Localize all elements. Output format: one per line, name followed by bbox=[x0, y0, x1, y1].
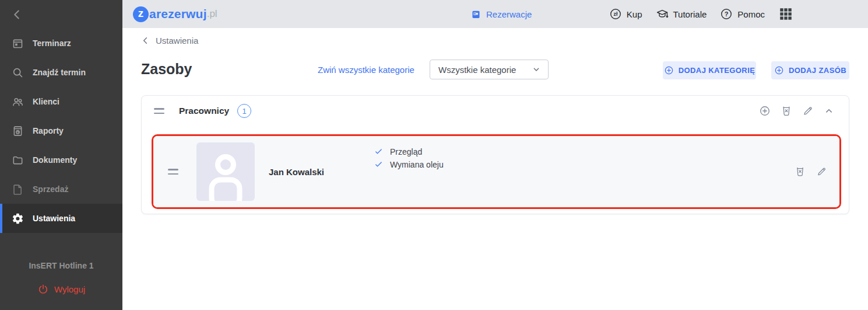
power-icon bbox=[37, 283, 49, 295]
sidebar-item-label: Ustawienia bbox=[33, 214, 75, 223]
edit-category-button[interactable] bbox=[802, 105, 814, 117]
help-label: Pomoc bbox=[737, 9, 765, 19]
trash-x-icon bbox=[795, 166, 806, 177]
topbar-right: zł Kup Tutoriale ? Pomoc bbox=[609, 6, 793, 22]
sidebar-collapse-button[interactable] bbox=[10, 8, 23, 21]
service-item: Wymiana oleju bbox=[374, 159, 444, 170]
app-logo[interactable]: z arezerwuj .pl bbox=[133, 6, 217, 22]
category-filter-select[interactable]: Wszystkie kategorie bbox=[430, 60, 549, 79]
question-circle-icon: ? bbox=[720, 8, 733, 20]
add-resource-to-category-button[interactable] bbox=[759, 105, 771, 117]
zloty-coin-icon: zł bbox=[609, 8, 622, 20]
sidebar-item-sprzedaz[interactable]: Sprzedaż bbox=[0, 175, 122, 204]
chevron-up-icon bbox=[824, 106, 834, 116]
add-category-button[interactable]: DODAJ KATEGORIĘ bbox=[663, 61, 756, 79]
service-item: Przegląd bbox=[374, 146, 444, 157]
category-count-badge: 1 bbox=[237, 104, 251, 118]
edit-resource-button[interactable] bbox=[816, 166, 827, 177]
pencil-icon bbox=[816, 166, 827, 177]
pencil-icon bbox=[802, 105, 814, 117]
category-card-pracownicy: Pracownicy 1 bbox=[141, 95, 849, 214]
logo-name: arezerwuj bbox=[149, 7, 207, 21]
trash-x-icon bbox=[781, 105, 792, 117]
grid-icon bbox=[778, 6, 793, 22]
category-name: Pracownicy bbox=[179, 106, 229, 116]
sidebar-item-label: Raporty bbox=[33, 126, 64, 135]
breadcrumb-back-link[interactable]: Ustawienia bbox=[141, 36, 198, 46]
collapse-category-button[interactable] bbox=[824, 106, 834, 116]
page-title: Zasoby bbox=[141, 61, 192, 78]
svg-text:zł: zł bbox=[613, 11, 617, 17]
delete-category-button[interactable] bbox=[781, 105, 792, 117]
file-icon bbox=[12, 183, 24, 196]
svg-text:?: ? bbox=[725, 11, 729, 18]
highlight-annotation: Jan Kowalski Przegląd Wymiana oleju bbox=[152, 134, 841, 209]
category-filter-value: Wszystkie kategorie bbox=[438, 65, 516, 75]
service-list: Przegląd Wymiana oleju bbox=[374, 146, 444, 170]
buy-label: Kup bbox=[627, 9, 642, 19]
service-label: Przegląd bbox=[390, 147, 422, 156]
folder-icon bbox=[12, 154, 24, 166]
help-button[interactable]: ? Pomoc bbox=[720, 8, 765, 20]
sidebar-footer: InsERT Hotline 1 Wyloguj bbox=[0, 261, 122, 297]
add-resource-label: DODAJ ZASÓB bbox=[789, 66, 846, 75]
sidebar-item-klienci[interactable]: Klienci bbox=[0, 87, 122, 116]
sidebar-item-raporty[interactable]: Raporty bbox=[0, 116, 122, 145]
calendar-icon bbox=[12, 37, 24, 50]
add-resource-button[interactable]: DODAJ ZASÓB bbox=[771, 61, 849, 79]
calendar-icon bbox=[471, 9, 481, 19]
report-icon bbox=[12, 125, 24, 137]
sidebar-item-terminarz[interactable]: Terminarz bbox=[0, 29, 122, 58]
check-icon bbox=[374, 160, 383, 169]
avatar bbox=[196, 142, 255, 201]
search-icon bbox=[12, 67, 24, 79]
chevron-down-icon bbox=[532, 65, 541, 74]
topbar: z arezerwuj .pl Rezerwacje zł Kup Tutori… bbox=[122, 0, 868, 28]
logout-label: Wyloguj bbox=[54, 284, 85, 294]
sidebar-item-label: Sprzedaż bbox=[33, 184, 68, 194]
sidebar-item-label: Dokumenty bbox=[33, 155, 77, 165]
plus-circle-icon bbox=[664, 65, 674, 75]
logout-button[interactable]: Wyloguj bbox=[37, 283, 85, 295]
sidebar-item-label: Znajdź termin bbox=[33, 68, 86, 77]
resource-row: Jan Kowalski Przegląd Wymiana oleju bbox=[153, 136, 839, 207]
delete-resource-button[interactable] bbox=[795, 166, 806, 177]
resource-name: Jan Kowalski bbox=[269, 167, 368, 177]
sidebar: Terminarz Znajdź termin Klienci Raporty … bbox=[0, 0, 122, 310]
apps-grid-button[interactable] bbox=[778, 6, 793, 22]
logo-tld: .pl bbox=[207, 8, 217, 20]
gear-icon bbox=[12, 213, 24, 225]
buy-button[interactable]: zł Kup bbox=[609, 8, 642, 20]
collapse-all-link[interactable]: Zwiń wszystkie kategorie bbox=[318, 65, 414, 75]
tutorials-button[interactable]: Tutoriale bbox=[656, 8, 707, 20]
sidebar-item-dokumenty[interactable]: Dokumenty bbox=[0, 145, 122, 175]
check-icon bbox=[374, 147, 383, 156]
graduation-cap-icon bbox=[656, 8, 669, 20]
logo-circle: z bbox=[133, 6, 149, 22]
sidebar-item-znajdz-termin[interactable]: Znajdź termin bbox=[0, 58, 122, 87]
plus-circle-icon bbox=[759, 105, 771, 117]
breadcrumb-label: Ustawienia bbox=[156, 36, 198, 46]
sidebar-item-label: Klienci bbox=[33, 97, 59, 106]
reservations-label: Rezerwacje bbox=[486, 9, 532, 19]
sidebar-nav: Terminarz Znajdź termin Klienci Raporty … bbox=[0, 29, 122, 233]
tutorials-label: Tutoriale bbox=[673, 9, 707, 19]
plus-circle-icon bbox=[774, 65, 784, 75]
category-header: Pracownicy 1 bbox=[142, 96, 849, 126]
sidebar-item-ustawienia[interactable]: Ustawienia bbox=[0, 204, 122, 233]
service-label: Wymiana oleju bbox=[390, 160, 444, 169]
people-icon bbox=[12, 96, 24, 108]
chevron-left-icon bbox=[141, 36, 150, 45]
drag-handle-icon[interactable] bbox=[168, 169, 178, 175]
hotline-label: InsERT Hotline 1 bbox=[0, 261, 122, 270]
topnav-reservations[interactable]: Rezerwacje bbox=[471, 9, 532, 19]
chevron-left-icon bbox=[10, 8, 23, 21]
sidebar-item-label: Terminarz bbox=[33, 39, 71, 48]
drag-handle-icon[interactable] bbox=[154, 108, 164, 114]
add-category-label: DODAJ KATEGORIĘ bbox=[679, 66, 755, 75]
person-icon bbox=[196, 142, 255, 201]
main-content: Ustawienia Zasoby Zwiń wszystkie kategor… bbox=[122, 28, 868, 310]
